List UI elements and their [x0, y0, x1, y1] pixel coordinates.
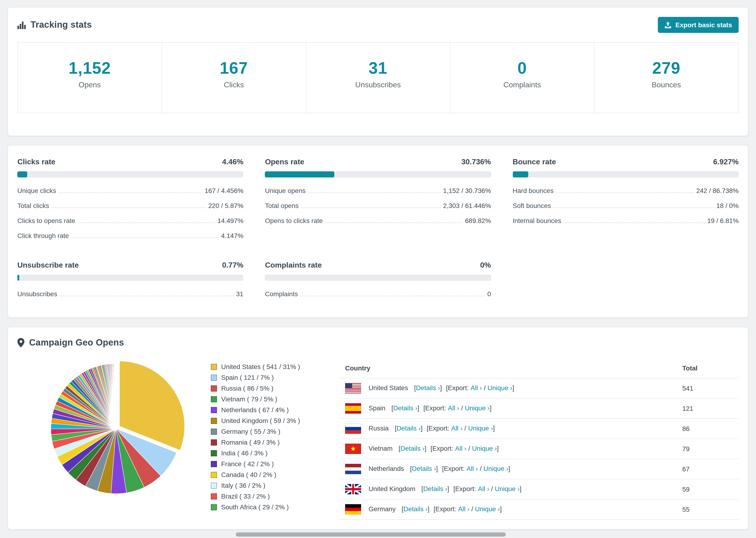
horizontal-scrollbar-thumb[interactable]	[236, 532, 506, 537]
export-all-link[interactable]: All ›	[455, 444, 466, 452]
rate-row-value: 167 / 4.456%	[205, 187, 243, 194]
legend-swatch	[211, 439, 217, 445]
geo-card-title: Campaign Geo Opens	[29, 338, 124, 348]
legend-swatch	[211, 396, 217, 402]
legend-swatch	[211, 374, 217, 381]
legend-item[interactable]: Spain ( 121 / 7% )	[211, 374, 319, 381]
export-separator: /	[461, 404, 463, 411]
map-pin-icon	[17, 338, 25, 348]
country-flag-icon	[345, 403, 361, 413]
export-separator: /	[468, 444, 470, 452]
legend-item[interactable]: France ( 42 / 2% )	[211, 460, 319, 467]
details-link[interactable]: Details ›	[404, 505, 428, 512]
legend-item[interactable]: Germany ( 55 / 3% )	[211, 428, 319, 435]
export-label: Export:	[432, 444, 453, 452]
legend-label: Russia ( 86 / 5% )	[221, 385, 274, 392]
geo-opens-pie-chart[interactable]	[45, 358, 187, 499]
legend-item[interactable]: Romania ( 49 / 3% )	[211, 439, 319, 446]
legend-label: Canada ( 40 / 2% )	[221, 471, 276, 478]
legend-item[interactable]: South Africa ( 29 / 2% )	[211, 503, 319, 511]
rates-grid: Clicks rate 4.46% Unique clicks 167 / 4.…	[8, 145, 748, 317]
legend-label: Brazil ( 33 / 2% )	[221, 493, 270, 500]
geo-table-body: United States [Details ›] [Export:All ›/…	[341, 378, 739, 519]
rate-row-value: 14.497%	[217, 217, 243, 224]
export-unique-link[interactable]: Unique ›	[483, 464, 508, 472]
country-total: 79	[677, 439, 739, 459]
dotted-leader	[58, 192, 202, 193]
export-unique-link[interactable]: Unique ›	[487, 384, 512, 391]
geo-opens-card: Campaign Geo Opens United States ( 541 /…	[8, 327, 748, 529]
legend-item[interactable]: India ( 46 / 3% )	[211, 449, 319, 457]
export-basic-stats-button[interactable]: Export basic stats	[658, 17, 739, 33]
rate-value: 0%	[480, 261, 491, 269]
legend-swatch	[211, 450, 217, 456]
progress-fill	[17, 171, 27, 178]
stat-cell: 0 Complaints	[450, 43, 594, 113]
details-group: [Details ›]	[395, 424, 422, 432]
geo-table-row: United Kingdom [Details ›] [Export:All ›…	[341, 479, 739, 499]
export-all-link[interactable]: All ›	[466, 464, 478, 472]
dotted-leader	[300, 296, 485, 296]
country-total: 86	[677, 418, 739, 439]
rate-block-complaints: Complaints rate 0% Complaints 0	[265, 261, 491, 301]
rate-value: 6.927%	[713, 158, 739, 166]
country-total: 59	[677, 479, 739, 499]
rate-row: Clicks to opens rate 14.497%	[17, 213, 243, 228]
export-all-link[interactable]: All ›	[458, 505, 469, 512]
stat-cell: 1,152 Opens	[18, 43, 162, 113]
country-flag-icon	[345, 484, 361, 494]
legend-swatch	[211, 364, 217, 370]
export-all-link[interactable]: All ›	[478, 485, 489, 492]
details-link[interactable]: Details ›	[416, 384, 440, 391]
legend-label: United Kingdom ( 59 / 3% )	[221, 417, 300, 424]
rate-row: Unique opens 1,152 / 30.736%	[265, 183, 491, 198]
rate-row-value: 19 / 6.81%	[707, 217, 739, 224]
clicks-rate-progressbar	[17, 171, 243, 178]
country-total: 55	[677, 499, 739, 519]
legend-item[interactable]: Vietnam ( 79 / 5% )	[211, 395, 319, 403]
legend-item[interactable]: Russia ( 86 / 5% )	[211, 385, 319, 392]
legend-label: United States ( 541 / 31% )	[221, 363, 300, 370]
bar-chart-icon	[17, 21, 26, 29]
legend-item[interactable]: Canada ( 40 / 2% )	[211, 471, 319, 478]
dotted-leader	[78, 223, 215, 223]
export-unique-link[interactable]: Unique ›	[468, 424, 493, 432]
rate-rows: Complaints 0	[265, 286, 491, 301]
rate-row-label: Unique clicks	[17, 187, 56, 194]
export-separator: /	[471, 505, 473, 512]
export-all-link[interactable]: All ›	[470, 384, 482, 391]
country-total: 67	[677, 459, 739, 479]
dotted-leader	[564, 223, 705, 223]
legend-swatch	[211, 418, 217, 424]
details-group: [Details ›]	[414, 384, 442, 391]
details-link[interactable]: Details ›	[401, 444, 425, 452]
export-unique-link[interactable]: Unique ›	[475, 505, 500, 512]
stat-value: 31	[306, 59, 450, 78]
legend-item[interactable]: Netherlands ( 67 / 4% )	[211, 406, 319, 413]
unsubscribe-rate-progressbar	[17, 275, 243, 281]
export-unique-link[interactable]: Unique ›	[465, 404, 490, 411]
rate-block-bounce: Bounce rate 6.927% Hard bounces 242 / 86…	[513, 158, 739, 243]
details-link[interactable]: Details ›	[423, 485, 448, 492]
legend-item[interactable]: United Kingdom ( 59 / 3% )	[211, 417, 319, 424]
details-group: [Details ›]	[391, 404, 419, 411]
rate-head: Complaints rate 0%	[265, 261, 491, 269]
legend-item[interactable]: Brazil ( 33 / 2% )	[211, 493, 319, 500]
details-link[interactable]: Details ›	[397, 424, 421, 432]
export-unique-link[interactable]: Unique ›	[472, 444, 497, 452]
rate-row-value: 4.147%	[221, 232, 243, 240]
export-all-link[interactable]: All ›	[448, 404, 459, 411]
legend-item[interactable]: United States ( 541 / 31% )	[211, 363, 319, 370]
export-unique-link[interactable]: Unique ›	[495, 485, 519, 492]
details-link[interactable]: Details ›	[393, 404, 417, 411]
details-link[interactable]: Details ›	[412, 464, 436, 472]
legend-item[interactable]: Italy ( 36 / 2% )	[211, 482, 319, 489]
rate-row-label: Unique opens	[265, 187, 306, 194]
rate-title: Bounce rate	[513, 158, 556, 166]
export-all-link[interactable]: All ›	[451, 424, 462, 432]
stat-label: Bounces	[594, 81, 738, 89]
export-separator: /	[491, 485, 493, 492]
stat-label: Complaints	[450, 81, 594, 89]
geo-table-row: Vietnam [Details ›] [Export:All ›/Unique…	[341, 439, 739, 459]
legend-swatch	[211, 493, 217, 499]
